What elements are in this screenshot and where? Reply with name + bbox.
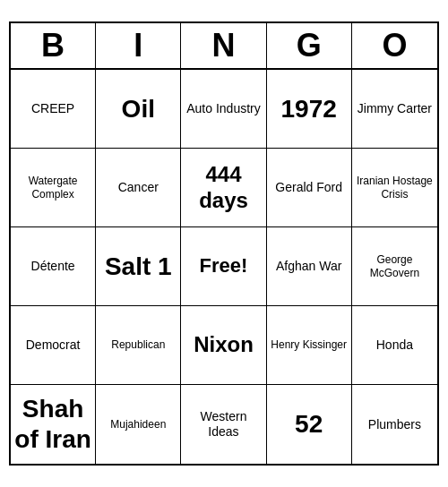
bingo-cell-13: Afghan War xyxy=(267,227,352,306)
bingo-cell-21: Mujahideen xyxy=(96,385,181,464)
header-i: I xyxy=(96,23,181,68)
bingo-cell-17: Nixon xyxy=(181,306,266,385)
bingo-cell-10: Détente xyxy=(11,227,96,306)
header-o: O xyxy=(352,23,437,68)
bingo-cell-3: 1972 xyxy=(267,70,352,149)
bingo-grid: CREEPOilAuto Industry1972Jimmy CarterWat… xyxy=(11,70,437,464)
bingo-cell-6: Cancer xyxy=(96,149,181,227)
bingo-cell-1: Oil xyxy=(96,70,181,149)
header-g: G xyxy=(267,23,352,68)
bingo-cell-18: Henry Kissinger xyxy=(267,306,352,385)
bingo-card: B I N G O CREEPOilAuto Industry1972Jimmy… xyxy=(9,21,439,466)
header-b: B xyxy=(11,23,96,68)
bingo-cell-2: Auto Industry xyxy=(181,70,266,149)
bingo-cell-7: 444 days xyxy=(181,149,266,227)
bingo-cell-14: George McGovern xyxy=(352,227,437,306)
header-n: N xyxy=(181,23,266,68)
bingo-cell-9: Iranian Hostage Crisis xyxy=(352,149,437,227)
bingo-cell-16: Republican xyxy=(96,306,181,385)
bingo-cell-11: Salt 1 xyxy=(96,227,181,306)
bingo-cell-15: Democrat xyxy=(11,306,96,385)
bingo-cell-22: Western Ideas xyxy=(181,385,266,464)
bingo-cell-24: Plumbers xyxy=(352,385,437,464)
bingo-cell-19: Honda xyxy=(352,306,437,385)
bingo-cell-23: 52 xyxy=(267,385,352,464)
bingo-cell-5: Watergate Complex xyxy=(11,149,96,227)
bingo-cell-20: Shah of Iran xyxy=(11,385,96,464)
bingo-cell-0: CREEP xyxy=(11,70,96,149)
bingo-cell-12: Free! xyxy=(181,227,266,306)
bingo-cell-8: Gerald Ford xyxy=(267,149,352,227)
bingo-header: B I N G O xyxy=(11,23,437,70)
bingo-cell-4: Jimmy Carter xyxy=(352,70,437,149)
